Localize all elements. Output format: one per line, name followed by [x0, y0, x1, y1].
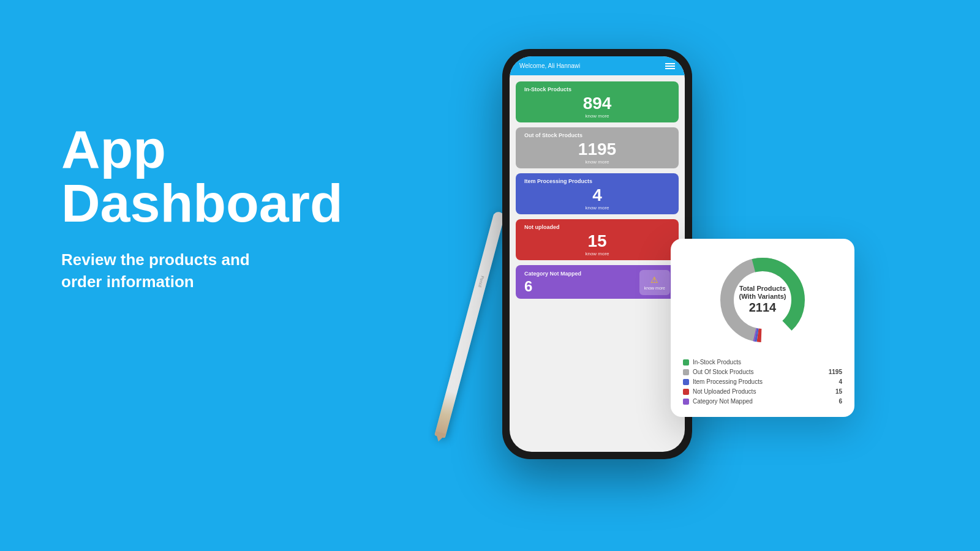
chart-legend: In-Stock Products Out Of Stock Products …: [683, 359, 842, 405]
legend-label-0: In-Stock Products: [693, 359, 741, 365]
legend-value-2: 4: [839, 378, 842, 385]
category-left: Category Not Mapped 6: [524, 271, 581, 295]
pencil-decoration: [434, 211, 505, 438]
legend-dot-green: [683, 359, 689, 365]
hamburger-icon[interactable]: [665, 63, 675, 69]
item-processing-number: 4: [524, 186, 670, 205]
category-number: 6: [524, 278, 581, 295]
warning-icon: ⚠: [650, 275, 658, 285]
in-stock-card[interactable]: In-Stock Products 894 know more: [516, 81, 679, 122]
legend-label-4: Category Not Mapped: [693, 398, 753, 405]
donut-chart: Total Products(With Variants) 2114: [714, 251, 812, 349]
in-stock-link[interactable]: know more: [524, 113, 670, 119]
subtitle: Review the products andorder information: [61, 249, 404, 293]
category-title: Category Not Mapped: [524, 271, 581, 277]
pencil-tip: [433, 431, 446, 443]
phone-mockup: Welcome, Ali Hannawi In-Stock Products 8…: [502, 49, 692, 465]
warning-text[interactable]: know more: [644, 286, 665, 290]
legend-dot-blue: [683, 379, 689, 385]
in-stock-title: In-Stock Products: [524, 86, 670, 92]
legend-item-3: Not Uploaded Products 15: [683, 388, 842, 395]
warning-box: ⚠ know more: [639, 270, 670, 295]
category-not-mapped-card[interactable]: Category Not Mapped 6 ⚠ know more: [516, 265, 679, 299]
phone-screen: Welcome, Ali Hannawi In-Stock Products 8…: [510, 56, 685, 452]
legend-label-2: Item Processing Products: [693, 378, 763, 385]
item-processing-link[interactable]: know more: [524, 205, 670, 211]
item-processing-card[interactable]: Item Processing Products 4 know more: [516, 173, 679, 214]
legend-dot-purple: [683, 399, 689, 405]
legend-value-4: 6: [839, 398, 842, 405]
not-uploaded-number: 15: [524, 231, 670, 251]
total-label: Total Products(With Variants): [739, 285, 786, 301]
not-uploaded-title: Not uploaded: [524, 224, 670, 230]
out-of-stock-card[interactable]: Out of Stock Products 1195 know more: [516, 127, 679, 168]
legend-label-1: Out Of Stock Products: [693, 369, 753, 375]
in-stock-number: 894: [524, 94, 670, 113]
legend-dot-gray: [683, 369, 689, 375]
phone-header: Welcome, Ali Hannawi: [510, 56, 685, 75]
item-processing-title: Item Processing Products: [524, 178, 670, 184]
phone-outer: Welcome, Ali Hannawi In-Stock Products 8…: [502, 49, 692, 459]
not-uploaded-card[interactable]: Not uploaded 15 know more: [516, 219, 679, 260]
phone-content: In-Stock Products 894 know more Out of S…: [510, 75, 685, 452]
main-title: App Dashboard: [61, 122, 404, 230]
chart-card: Total Products(With Variants) 2114 In-St…: [671, 239, 854, 417]
not-uploaded-link[interactable]: know more: [524, 251, 670, 257]
phone-header-text: Welcome, Ali Hannawi: [519, 62, 580, 69]
legend-value-3: 15: [835, 388, 842, 395]
out-of-stock-link[interactable]: know more: [524, 159, 670, 165]
legend-value-1: 1195: [829, 369, 842, 375]
legend-item-1: Out Of Stock Products 1195: [683, 369, 842, 375]
legend-item-4: Category Not Mapped 6: [683, 398, 842, 405]
out-of-stock-title: Out of Stock Products: [524, 132, 670, 138]
legend-dot-red: [683, 389, 689, 395]
legend-label-3: Not Uploaded Products: [693, 388, 756, 395]
total-number: 2114: [739, 301, 786, 315]
left-section: App Dashboard Review the products andord…: [61, 122, 404, 293]
legend-item-0: In-Stock Products: [683, 359, 842, 365]
donut-center: Total Products(With Variants) 2114: [739, 285, 786, 315]
out-of-stock-number: 1195: [524, 140, 670, 159]
legend-item-2: Item Processing Products 4: [683, 378, 842, 385]
